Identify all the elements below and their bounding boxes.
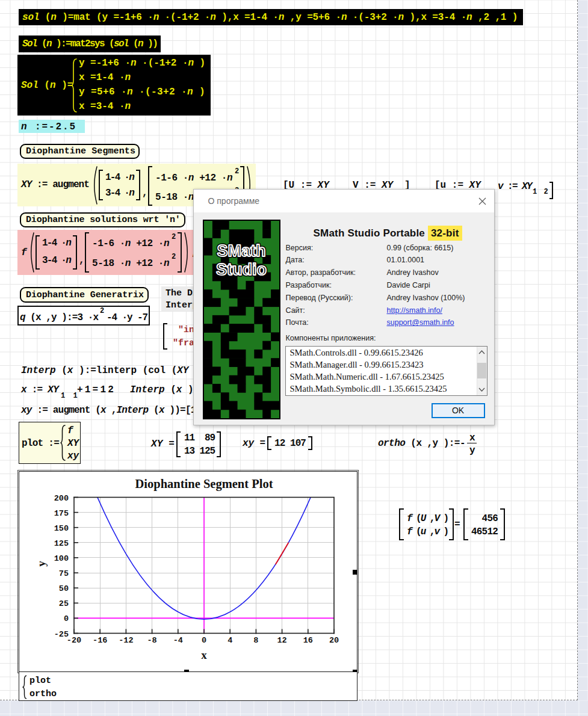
svg-text:12: 12 xyxy=(277,636,286,645)
svg-text:-16: -16 xyxy=(93,636,107,645)
svg-text:4: 4 xyxy=(227,636,232,645)
svg-text:75: 75 xyxy=(59,569,69,578)
svg-text:200: 200 xyxy=(54,494,69,503)
svg-text:16: 16 xyxy=(303,636,313,645)
svg-text:-12: -12 xyxy=(119,636,133,645)
svg-text:y: y xyxy=(35,561,48,567)
svg-text:Studio: Studio xyxy=(216,261,267,279)
svg-text:100: 100 xyxy=(54,554,69,563)
svg-text:125: 125 xyxy=(54,539,69,548)
svg-text:Diophantine Segment Plot: Diophantine Segment Plot xyxy=(135,477,273,491)
svg-text:175: 175 xyxy=(54,509,69,518)
svg-text:-4: -4 xyxy=(173,636,183,645)
svg-text:50: 50 xyxy=(59,584,69,593)
svg-text:25: 25 xyxy=(59,599,69,608)
svg-text:8: 8 xyxy=(253,636,258,645)
svg-text:0: 0 xyxy=(64,614,69,623)
svg-text:SMath: SMath xyxy=(217,242,266,260)
svg-text:0: 0 xyxy=(202,636,206,645)
svg-text:20: 20 xyxy=(329,636,339,645)
svg-text:x: x xyxy=(201,649,207,661)
svg-text:-8: -8 xyxy=(147,636,156,645)
svg-text:150: 150 xyxy=(54,524,69,533)
svg-text:-20: -20 xyxy=(67,636,81,645)
